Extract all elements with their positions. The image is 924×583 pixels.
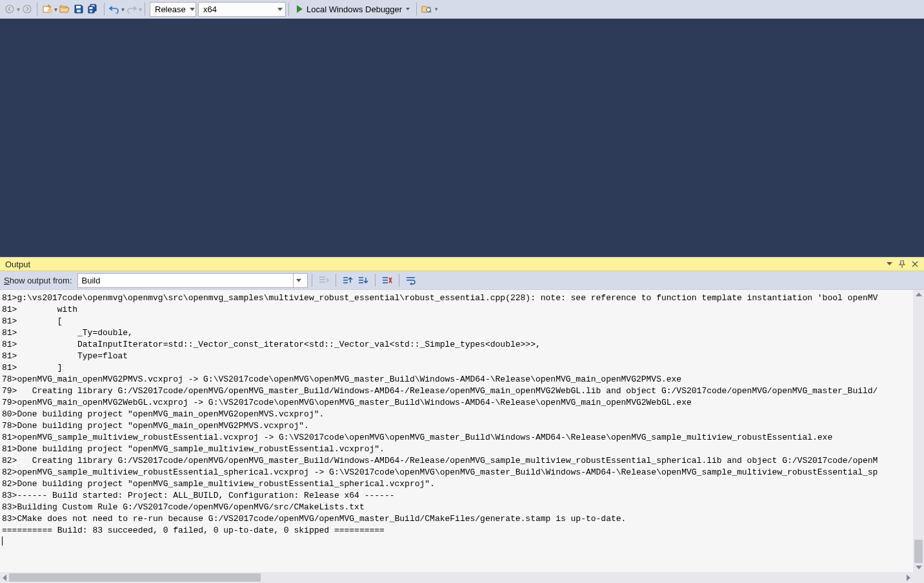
toggle-wordwrap-button[interactable] (404, 273, 418, 287)
play-icon (297, 5, 303, 13)
solution-platform-value: x64 (203, 5, 217, 14)
chevron-down-icon (190, 8, 195, 11)
separator (336, 274, 336, 287)
solution-platform-dropdown[interactable]: x64 (198, 2, 286, 17)
separator (375, 274, 376, 287)
save-icon (74, 4, 84, 14)
circle-arrow-right-icon (23, 5, 32, 14)
show-output-from-label: Show output from: (4, 276, 72, 285)
nav-forward-button[interactable] (20, 2, 34, 17)
debugger-label: Local Windows Debugger (306, 5, 402, 14)
folder-search-icon (421, 4, 432, 14)
vscroll-track[interactable] (913, 299, 924, 563)
circle-arrow-left-icon (5, 5, 14, 14)
vscroll-thumb[interactable] (914, 540, 923, 563)
find-in-files-button[interactable] (419, 2, 434, 17)
chevron-down-icon (406, 8, 410, 10)
editor-area (0, 19, 924, 257)
list-down-icon (358, 276, 368, 285)
separator (37, 3, 37, 15)
close-icon (912, 261, 918, 267)
hscroll-track[interactable] (9, 572, 904, 583)
scroll-left-icon[interactable] (3, 575, 6, 581)
svg-rect-7 (90, 7, 93, 9)
word-wrap-icon (406, 276, 416, 285)
chevron-down-icon (277, 8, 283, 11)
separator (416, 3, 417, 15)
save-button[interactable] (72, 2, 86, 17)
goto-next-message-button[interactable] (356, 273, 370, 287)
folder-open-icon (59, 4, 70, 14)
goto-line-icon (319, 276, 329, 285)
solution-config-dropdown[interactable]: Release (150, 2, 196, 17)
output-panel-title: Output (5, 260, 30, 269)
redo-icon (126, 5, 137, 14)
nav-back-button[interactable] (3, 2, 17, 17)
start-debugging-button[interactable]: Local Windows Debugger (292, 2, 414, 17)
redo-button[interactable] (125, 2, 139, 17)
svg-rect-5 (77, 10, 81, 12)
output-source-value: Build (82, 276, 101, 285)
goto-message-button (317, 273, 331, 287)
separator (288, 3, 289, 15)
svg-point-1 (23, 5, 31, 13)
hscroll-thumb[interactable] (9, 573, 261, 582)
clear-all-button[interactable] (380, 273, 394, 287)
new-project-icon (42, 4, 52, 14)
output-text-area[interactable]: 81>g:\vs2017code\openmvg\openmvg\src\ope… (0, 290, 924, 583)
clear-list-icon (382, 276, 392, 285)
svg-rect-4 (76, 6, 81, 8)
save-all-icon (88, 4, 99, 14)
window-position-button[interactable] (884, 259, 894, 269)
chevron-down-icon (293, 274, 305, 287)
pin-icon (899, 260, 905, 268)
open-file-button[interactable] (57, 2, 72, 17)
list-up-icon (343, 276, 353, 285)
vertical-scrollbar[interactable] (913, 290, 924, 572)
scroll-right-icon[interactable] (907, 575, 910, 581)
scroll-down-icon[interactable] (916, 566, 922, 569)
save-all-button[interactable] (86, 2, 101, 17)
separator (312, 274, 312, 287)
output-panel-titlebar[interactable]: Output (0, 257, 924, 271)
undo-button[interactable] (107, 2, 121, 17)
goto-prev-message-button[interactable] (341, 273, 355, 287)
main-toolbar: ▾ ▾ ▾ ▾ Release x64 (0, 0, 924, 19)
undo-icon (109, 5, 119, 14)
svg-point-0 (6, 5, 14, 13)
chevron-down-icon (887, 262, 892, 266)
horizontal-scrollbar[interactable] (0, 572, 913, 583)
separator (104, 3, 105, 15)
scroll-up-icon[interactable] (916, 292, 922, 296)
scroll-corner (913, 572, 924, 583)
close-panel-button[interactable] (910, 259, 920, 269)
svg-rect-8 (90, 10, 92, 12)
output-panel-toolbar: Show output from: Build (0, 271, 924, 290)
separator (145, 3, 145, 15)
separator (399, 274, 399, 287)
new-project-button[interactable] (40, 2, 54, 17)
output-source-dropdown[interactable]: Build (77, 273, 308, 288)
solution-config-value: Release (155, 5, 186, 14)
autohide-button[interactable] (897, 259, 907, 269)
